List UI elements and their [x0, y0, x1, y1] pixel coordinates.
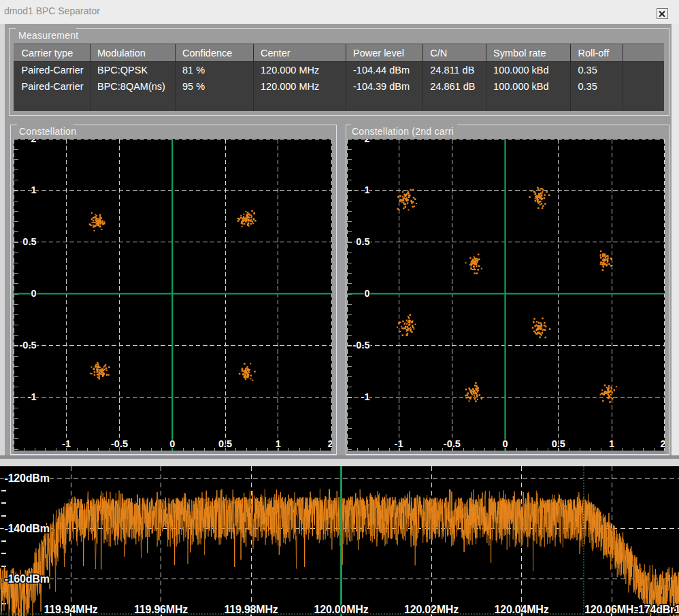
svg-text:119.96MHz: 119.96MHz [134, 604, 188, 615]
svg-text:-1: -1 [395, 438, 403, 449]
svg-text:-160dBm: -160dBm [5, 573, 50, 585]
svg-text:2: 2 [327, 438, 331, 449]
svg-text:2: 2 [31, 139, 36, 144]
svg-text:-0.5: -0.5 [353, 340, 370, 351]
svg-text:0.5: 0.5 [22, 236, 36, 247]
svg-text:-0.5: -0.5 [20, 340, 37, 351]
svg-text:-0.5: -0.5 [444, 438, 461, 449]
svg-text:0: 0 [31, 288, 36, 299]
svg-text:0.5: 0.5 [552, 438, 565, 449]
svg-text:-174dBm: -174dBm [635, 604, 679, 615]
svg-text:120.02MHz: 120.02MHz [404, 604, 459, 615]
svg-text:-1: -1 [62, 438, 71, 449]
svg-text:120.08MHz: 120.08MHz [674, 604, 679, 615]
svg-text:0.5: 0.5 [356, 236, 369, 247]
svg-text:2: 2 [660, 438, 664, 449]
svg-text:0: 0 [502, 438, 508, 449]
svg-text:120.04MHz: 120.04MHz [494, 604, 548, 615]
svg-text:0: 0 [169, 438, 175, 449]
svg-text:1: 1 [364, 184, 369, 195]
svg-text:0: 0 [364, 288, 369, 299]
svg-text:-120dBm: -120dBm [5, 472, 50, 484]
svg-text:-0.5: -0.5 [111, 438, 128, 449]
svg-text:2: 2 [364, 139, 369, 144]
svg-text:120.06MHz: 120.06MHz [584, 604, 639, 615]
svg-text:-140dBm: -140dBm [5, 523, 50, 534]
svg-text:1: 1 [609, 438, 614, 449]
svg-text:-1: -1 [28, 391, 37, 402]
svg-text:120.00MHz: 120.00MHz [314, 604, 368, 615]
svg-text:0.5: 0.5 [218, 438, 232, 449]
svg-text:1: 1 [276, 438, 281, 449]
svg-text:119.98MHz: 119.98MHz [224, 604, 278, 615]
svg-text:-1: -1 [361, 391, 370, 402]
svg-text:1: 1 [31, 184, 36, 195]
svg-text:119.94MHz: 119.94MHz [44, 604, 97, 615]
